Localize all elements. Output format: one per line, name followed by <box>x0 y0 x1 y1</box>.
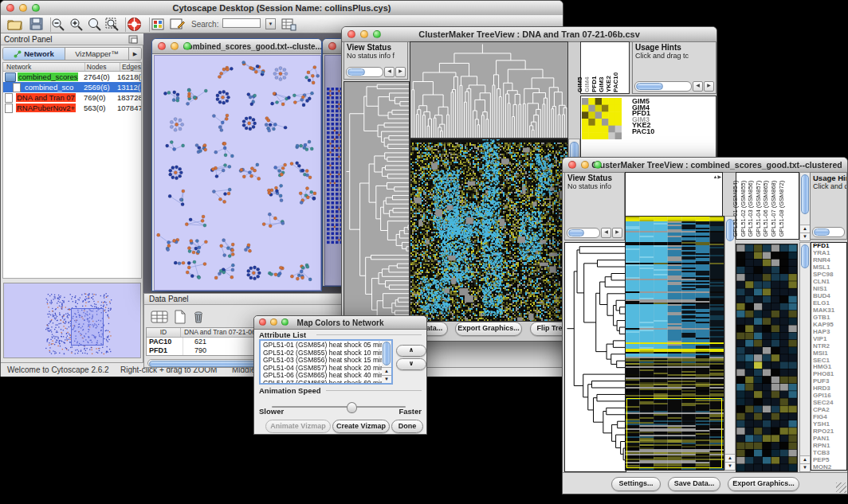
close-button[interactable] <box>6 4 14 12</box>
scroll-left-icon[interactable]: ◀ <box>384 67 395 77</box>
tab-network[interactable]: Network <box>3 48 65 60</box>
dialog-list-thumb[interactable] <box>383 342 391 365</box>
tv2-genes-vscroll-thumb[interactable] <box>801 244 809 268</box>
close-button[interactable] <box>259 318 266 326</box>
zoom-selected-icon[interactable] <box>88 18 102 31</box>
dialog-list-vscrollbar[interactable]: ▲▼ <box>382 341 391 383</box>
tv2-hints-scrollbar[interactable] <box>812 227 845 237</box>
scroll-down-icon[interactable]: ▼ <box>800 463 810 471</box>
float-panel-icon[interactable] <box>128 35 138 44</box>
scroll-up-icon[interactable]: ▲ <box>725 454 735 462</box>
scroll-left-icon[interactable]: ◀ <box>693 81 703 92</box>
create-vizmap-button[interactable]: Create Vizmap <box>332 420 390 433</box>
column-label[interactable]: GPL51-08 (GSM872) <box>785 172 793 237</box>
tv1-hints-scrollbar[interactable]: ◀ ▶ <box>634 81 714 92</box>
tv2-heatmap-vscrollbar[interactable]: ▲▼ <box>724 216 736 471</box>
animate-vizmap-button[interactable]: Animate Vizmap <box>265 420 331 433</box>
tv2-row-dendrogram-canvas[interactable] <box>564 242 626 472</box>
gene-label[interactable]: MON2 <box>813 464 846 471</box>
scroll-right-icon[interactable]: ▶ <box>704 81 714 92</box>
scroll-down-icon[interactable]: ▼ <box>725 462 735 470</box>
done-button[interactable]: Done <box>391 420 423 433</box>
move-down-button[interactable]: ∨ <box>396 358 426 370</box>
tv2-labels-vscrollbar[interactable]: ▲▼ <box>799 172 811 241</box>
gene-label[interactable]: PAC10 <box>632 129 712 135</box>
zoom-fit-icon[interactable] <box>105 18 120 31</box>
scroll-right-icon[interactable]: ▶ <box>395 67 406 77</box>
zoom-button[interactable] <box>183 42 191 50</box>
col-network[interactable]: Network <box>3 63 85 71</box>
network-a-canvas[interactable] <box>154 55 321 291</box>
network-tree-row[interactable]: DNA and Tran 07 769(0) 183728(0) <box>3 92 141 103</box>
scroll-down-icon[interactable]: ▼ <box>800 232 810 240</box>
col-nodes[interactable]: Nodes <box>85 63 120 71</box>
tv2-labels-vscroll-thumb[interactable] <box>801 174 809 214</box>
tv2-save-data-button[interactable]: Save Data... <box>668 477 720 491</box>
attribute-select-icon[interactable] <box>151 310 168 324</box>
zoom-button[interactable] <box>281 318 289 326</box>
vizmapper-palette-icon[interactable] <box>151 18 164 30</box>
minimize-button[interactable] <box>19 4 27 12</box>
attribute-list-item[interactable]: GPL51-07 (GSM868) heat shock 60 min <box>261 380 391 385</box>
treeview2-title-bar[interactable]: ClusterMaker TreeView : combined_scores_… <box>563 158 847 173</box>
annotation-icon[interactable] <box>170 18 185 31</box>
zoom-button[interactable] <box>32 4 40 12</box>
zoom-in-icon[interactable] <box>69 18 84 31</box>
tv2-global-heatmap-canvas[interactable] <box>625 216 724 471</box>
scroll-left-icon[interactable]: ◀ <box>601 228 611 238</box>
network-tree-row[interactable]: combined_sco 2569(6) 13112(15) <box>3 82 141 92</box>
minimize-button[interactable] <box>171 42 179 50</box>
scroll-arrows-icon[interactable]: ▲▶ <box>713 174 721 179</box>
tv2-genes-vscrollbar[interactable]: ▲▼ <box>799 242 811 472</box>
column-label[interactable]: PAC10 <box>618 41 626 92</box>
animation-speed-slider[interactable] <box>272 402 406 412</box>
tv1-global-heatmap-canvas[interactable] <box>410 139 568 322</box>
table-import-icon[interactable] <box>281 18 296 31</box>
tv1-row-dendrogram-canvas[interactable] <box>344 81 410 322</box>
tv1-status-scrollbar[interactable]: ◀ ▶ <box>346 67 406 77</box>
slider-thumb[interactable] <box>347 402 357 413</box>
tv2-settings-button[interactable]: Settings... <box>611 477 661 491</box>
tv1-export-graphics-button[interactable]: Export Graphics... <box>455 322 522 336</box>
tv2-export-graphics-button[interactable]: Export Graphics... <box>728 477 799 491</box>
main-title-bar[interactable]: Cytoscape Desktop (Session Name: collins… <box>1 1 563 16</box>
zoom-button[interactable] <box>594 161 602 169</box>
close-button[interactable] <box>568 161 576 169</box>
tab-overflow-arrow[interactable]: ▶ <box>128 48 141 60</box>
resize-grip[interactable] <box>836 483 846 493</box>
tv2-zoom-heatmap-canvas[interactable] <box>736 244 798 472</box>
dialog-title-bar[interactable]: Map Colors to Network <box>254 316 426 330</box>
col-edges[interactable]: Edges <box>120 63 141 71</box>
tv2-status-scrollbar[interactable]: ◀ ▶ <box>567 228 622 238</box>
close-button[interactable] <box>158 42 166 50</box>
scroll-up-icon[interactable]: ▲ <box>800 455 810 463</box>
open-file-icon[interactable] <box>7 18 22 30</box>
help-lifering-icon[interactable] <box>127 17 142 32</box>
attribute-listbox[interactable]: GPL51-01 (GSM854) heat shock 05 minGPL51… <box>259 339 393 385</box>
tab-vizmapper[interactable]: VizMapper™ <box>65 48 128 60</box>
scroll-right-icon[interactable]: ▶ <box>612 228 622 238</box>
network-tree-row[interactable]: combined_scores 2764(0) 16218(0) <box>3 72 141 82</box>
minimize-button[interactable] <box>360 30 368 38</box>
network-tree-row[interactable]: RNAPuberNov2+ 563(0) 107847(0) <box>3 103 141 113</box>
close-button[interactable] <box>328 42 336 50</box>
close-button[interactable] <box>347 30 355 38</box>
treeview1-title-bar[interactable]: ClusterMaker TreeView : DNA and Tran 07-… <box>342 27 716 42</box>
zoom-button[interactable] <box>373 30 381 38</box>
new-attribute-icon[interactable] <box>173 310 187 324</box>
search-dropdown-button[interactable]: ▼ <box>265 18 276 29</box>
tv1-zoom-matrix-canvas[interactable] <box>582 98 622 139</box>
search-input[interactable] <box>222 18 261 28</box>
move-up-button[interactable]: ∧ <box>396 345 426 357</box>
scroll-up-icon[interactable]: ▲ <box>800 225 810 232</box>
save-icon[interactable] <box>29 18 43 30</box>
minimize-button[interactable] <box>581 161 589 169</box>
delete-attribute-icon[interactable] <box>192 310 205 324</box>
network-a-title-bar[interactable]: combined_scores_good.txt--cluste... <box>152 39 321 54</box>
scroll-up-icon[interactable]: ▲ <box>382 367 391 375</box>
data-col-id[interactable]: ID <box>147 328 181 337</box>
zoom-out-icon[interactable] <box>51 18 65 31</box>
scroll-down-icon[interactable]: ▼ <box>382 375 391 383</box>
birdseye-view-canvas[interactable] <box>3 283 141 358</box>
minimize-button[interactable] <box>270 318 277 326</box>
